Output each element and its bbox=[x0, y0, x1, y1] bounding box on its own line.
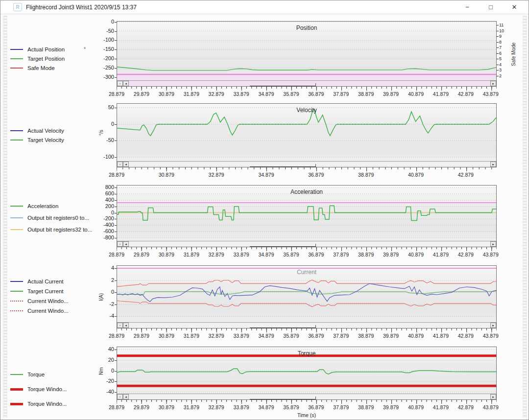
scrollbar-left-button[interactable]: ◂ bbox=[123, 323, 129, 328]
x-tick-label: 30.879 bbox=[153, 172, 180, 178]
y-tick-label: -400 bbox=[81, 222, 114, 228]
time-axis-label: Time (s) bbox=[117, 412, 497, 418]
x-tick-label: 40.879 bbox=[403, 252, 429, 257]
x-tick-label: 39.879 bbox=[378, 404, 404, 410]
y-tick-label: -300 bbox=[81, 74, 114, 80]
app-window: R Flightrecord Joint3 Wrist1 2020/9/15 1… bbox=[0, 0, 529, 420]
legend-label: Torque Windo... bbox=[27, 401, 67, 407]
legend-line-sample bbox=[10, 291, 23, 292]
y-tick-label: 20 bbox=[81, 357, 114, 363]
legend-item-torque-windo[interactable]: Torque Windo... bbox=[10, 400, 114, 407]
y-tick-label: -600 bbox=[81, 228, 114, 234]
safe-mode-tick-label: 4 bbox=[499, 62, 502, 67]
scrollbar-reset-button[interactable]: ▫ bbox=[117, 81, 123, 86]
y-tick-label: 4 bbox=[81, 265, 114, 271]
torque-x-axis: 28.87929.87930.87931.87932.87933.87934.8… bbox=[117, 400, 497, 413]
scrollbar-reset-button[interactable]: ▫ bbox=[117, 323, 123, 328]
x-tick-label: 40.879 bbox=[403, 404, 429, 410]
minimize-button[interactable]: − bbox=[462, 2, 473, 13]
x-tick-label: 37.879 bbox=[328, 333, 354, 339]
x-tick-label: 38.879 bbox=[353, 91, 379, 97]
x-tick-label: 28.879 bbox=[103, 404, 130, 410]
y-tick-label: -50 bbox=[81, 137, 114, 143]
position-x-axis: 28.87929.87930.87931.87932.87933.87934.8… bbox=[117, 87, 497, 99]
window-title: Flightrecord Joint3 Wrist1 2020/9/15 13:… bbox=[26, 4, 137, 11]
velocity-x-axis: 28.87930.87932.87934.87936.87938.87940.8… bbox=[117, 167, 497, 180]
scrollbar-reset-button[interactable]: ▫ bbox=[117, 241, 123, 247]
scrollbar-right-button[interactable]: ▸ bbox=[490, 241, 496, 247]
x-tick-label: 38.879 bbox=[353, 404, 379, 410]
x-tick-label: 34.879 bbox=[253, 404, 280, 410]
x-tick-label: 30.879 bbox=[153, 91, 180, 97]
zoom-range-indicator[interactable] bbox=[250, 86, 316, 87]
scrollbar-right-button[interactable]: ▸ bbox=[490, 81, 496, 86]
x-tick-label: 38.879 bbox=[353, 172, 379, 178]
legend-label: Current Windo... bbox=[27, 308, 69, 314]
y-tick-label: -50 bbox=[81, 28, 114, 34]
x-tick-label: 33.879 bbox=[228, 91, 255, 97]
scrollbar-left-button[interactable]: ◂ bbox=[123, 81, 129, 86]
zoom-range-indicator[interactable] bbox=[250, 246, 316, 247]
legend-label: Output bit registers0 to... bbox=[27, 215, 89, 221]
x-tick-label: 36.879 bbox=[303, 172, 329, 178]
legend-line-sample bbox=[10, 374, 23, 375]
x-tick-label: 30.879 bbox=[153, 252, 180, 257]
legend-line-sample bbox=[10, 130, 23, 131]
position-plot: Position ▫ ◂ ▸ bbox=[117, 21, 497, 87]
y-tick-label: 600 bbox=[81, 190, 114, 196]
safe-mode-tick-label: 7 bbox=[499, 45, 502, 50]
safe-mode-tick-label: 10 bbox=[499, 28, 504, 33]
safe-mode-tick-label: 3 bbox=[499, 68, 502, 72]
right-gutter bbox=[523, 16, 527, 418]
zoom-range-indicator[interactable] bbox=[250, 327, 316, 328]
x-tick-label: 34.879 bbox=[253, 252, 280, 257]
x-tick-label: 28.879 bbox=[103, 172, 130, 178]
x-tick-label: 32.879 bbox=[203, 404, 230, 410]
safe-mode-tick-label: 8 bbox=[499, 40, 502, 45]
y-tick-label: -100 bbox=[81, 37, 114, 43]
legend-line-sample bbox=[10, 281, 23, 282]
x-tick-label: 33.879 bbox=[228, 252, 255, 257]
safe-mode-tick-label: 9 bbox=[499, 34, 502, 39]
scrollbar-left-button[interactable]: ◂ bbox=[123, 394, 129, 399]
x-tick-label: 43.879 bbox=[478, 91, 504, 97]
x-tick-marks bbox=[117, 167, 497, 172]
scrollbar-right-button[interactable]: ▸ bbox=[490, 162, 496, 167]
x-tick-label: 30.879 bbox=[153, 333, 180, 339]
x-tick-label: 37.879 bbox=[328, 404, 354, 410]
scrollbar-reset-button[interactable]: ▫ bbox=[117, 394, 123, 399]
x-tick-label: 43.879 bbox=[478, 404, 504, 410]
legend-label: Torque Windo... bbox=[27, 386, 67, 392]
y-tick-label: -150 bbox=[81, 46, 114, 52]
x-tick-label: 29.879 bbox=[128, 252, 155, 257]
scrollbar-reset-button[interactable]: ▫ bbox=[117, 162, 123, 167]
x-tick-label: 38.879 bbox=[353, 252, 379, 257]
x-tick-label: 40.879 bbox=[403, 172, 429, 178]
safe-mode-tick-label: 2 bbox=[499, 73, 502, 78]
y-tick-label: 0 bbox=[81, 289, 114, 295]
zoom-range-indicator[interactable] bbox=[250, 399, 316, 400]
close-button[interactable]: ✕ bbox=[509, 2, 520, 13]
maximize-button[interactable]: □ bbox=[485, 2, 496, 13]
zoom-range-indicator[interactable] bbox=[250, 166, 316, 167]
x-tick-label: 36.879 bbox=[303, 252, 329, 257]
scrollbar-left-button[interactable]: ◂ bbox=[123, 241, 129, 247]
scrollbar-right-button[interactable]: ▸ bbox=[490, 394, 496, 399]
x-tick-label: 31.879 bbox=[178, 91, 205, 97]
scrollbar-left-button[interactable]: ◂ bbox=[123, 162, 129, 167]
legend-line-sample bbox=[10, 310, 23, 311]
legend-line-sample bbox=[10, 206, 23, 207]
x-tick-label: 33.879 bbox=[228, 404, 255, 410]
x-tick-label: 36.879 bbox=[303, 333, 329, 339]
legend-line-sample bbox=[10, 217, 23, 218]
legend-line-sample bbox=[10, 301, 23, 302]
legend-label: Current Windo... bbox=[27, 298, 69, 304]
position-y-axis: 0-50-100-150-200-250-300 bbox=[81, 22, 114, 80]
scrollbar-right-button[interactable]: ▸ bbox=[490, 323, 496, 328]
legend-label: Safe Mode bbox=[27, 65, 55, 71]
x-tick-marks bbox=[117, 87, 497, 91]
title-bar: R Flightrecord Joint3 Wrist1 2020/9/15 1… bbox=[0, 0, 529, 14]
legend-line-sample bbox=[10, 403, 23, 405]
left-gutter bbox=[3, 16, 7, 418]
acceleration-plot: Acceleration ▫ ◂ ▸ bbox=[117, 185, 497, 247]
